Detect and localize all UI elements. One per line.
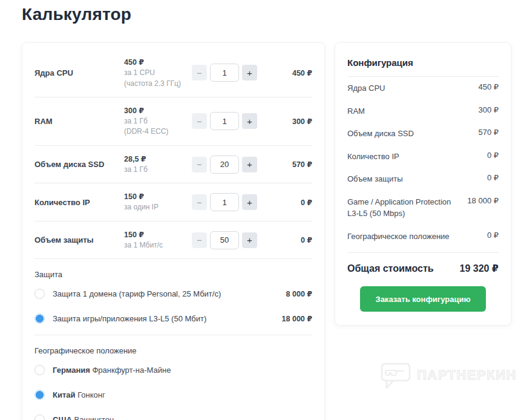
total-value: 19 320 ₽ (459, 263, 499, 274)
unit-price: 150 ₽ (124, 229, 192, 240)
ssd-stepper: − + (192, 156, 260, 174)
geo-option-germany[interactable]: Германия Франкфурт-на-Майне (34, 358, 312, 382)
row-total: 0 ₽ (260, 198, 312, 207)
config-value: 0 ₽ (481, 173, 499, 182)
calc-row-ram: RAM 300 ₽ за 1 Гб (DDR-4 ECC) − + 300 ₽ (34, 97, 312, 146)
row-total: 570 ₽ (260, 160, 312, 169)
config-label: Ядра CPU (347, 82, 385, 94)
unit-price: 28,5 ₽ (124, 154, 192, 165)
unit-price: 150 ₽ (124, 191, 192, 202)
unit-price: 300 ₽ (124, 105, 192, 116)
calc-row-cpu: Ядра CPU 450 ₽ за 1 CPU (частота 2.3 ГГц… (34, 49, 312, 97)
config-item-protection-volume: Объем защиты 0 ₽ (347, 168, 499, 191)
radio-icon[interactable] (34, 415, 45, 420)
decrement-button[interactable]: − (192, 232, 207, 248)
unit-text: за 1 CPU (124, 68, 192, 78)
unit-text: за 1 Гб (124, 116, 192, 126)
cpu-stepper: − + (192, 64, 260, 82)
unit-note: (DDR-4 ECC) (124, 126, 192, 137)
increment-button[interactable]: + (242, 232, 257, 248)
row-label: Ядра CPU (34, 68, 124, 77)
config-item-game-protection: Game / Application Protection L3-L5 (50 … (347, 191, 499, 225)
city-name: Гонконг (77, 390, 105, 399)
config-label: Game / Application Protection L3-L5 (50 … (347, 196, 461, 220)
city-name: Франкфурт-на-Майне (92, 366, 171, 375)
increment-button[interactable]: + (242, 113, 257, 129)
increment-button[interactable]: + (242, 157, 257, 172)
unit-price: 450 ₽ (124, 57, 192, 68)
increment-button[interactable]: + (242, 65, 257, 80)
config-label: Объем защиты (347, 173, 402, 185)
unit-text: за один IP (124, 202, 192, 212)
ram-quantity-input[interactable] (210, 112, 239, 130)
country-name: США (53, 415, 72, 420)
config-label: Географическое положение (347, 231, 450, 243)
country-name: Германия (53, 366, 90, 375)
config-item-ssd: Объем диска SSD 570 ₽ (347, 122, 499, 145)
row-label: Количество IP (34, 198, 124, 207)
option-label: Защита игры/приложения L3-L5 (50 Мбит) (53, 314, 206, 323)
order-configuration-button[interactable]: Заказать конфигурацию (360, 286, 487, 312)
option-label: Защита 1 домена (тариф Personal, 25 Мбит… (53, 289, 221, 298)
protection-stepper: − + (192, 231, 260, 249)
config-item-ip: Количество IP 0 ₽ (347, 145, 499, 168)
decrement-button[interactable]: − (192, 113, 207, 129)
cpu-quantity-input[interactable] (210, 64, 239, 82)
page-title: Калькулятор (22, 5, 521, 24)
config-value: 570 ₽ (472, 128, 499, 137)
decrement-button[interactable]: − (192, 194, 207, 210)
unit-text: за 1 Мбит/с (124, 240, 192, 251)
config-label: Объем диска SSD (347, 128, 414, 140)
config-label: RAM (347, 105, 365, 117)
increment-button[interactable]: + (242, 194, 257, 210)
unit-text: за 1 Гб (124, 165, 192, 175)
protection-quantity-input[interactable] (210, 231, 239, 249)
calc-row-protection-volume: Объем защиты 150 ₽ за 1 Мбит/с − + 0 ₽ (34, 221, 312, 260)
city-name: Вашингтон (74, 415, 114, 420)
total-row: Общая стоимость 19 320 ₽ (347, 252, 499, 277)
calc-row-ip: Количество IP 150 ₽ за один IP − + 0 ₽ (34, 183, 312, 221)
geography-section-heading: Географическое положение (34, 335, 312, 358)
ssd-quantity-input[interactable] (210, 156, 239, 174)
ip-quantity-input[interactable] (210, 193, 239, 211)
config-item-ram: RAM 300 ₽ (347, 100, 499, 123)
unit-note: (частота 2.3 ГГц) (124, 79, 192, 89)
main-layout: Ядра CPU 450 ₽ за 1 CPU (частота 2.3 ГГц… (22, 42, 521, 420)
calculator-card: Ядра CPU 450 ₽ за 1 CPU (частота 2.3 ГГц… (22, 42, 325, 420)
config-item-cpu: Ядра CPU 450 ₽ (347, 77, 499, 100)
configuration-card: Конфигурация Ядра CPU 450 ₽ RAM 300 ₽ Об… (335, 42, 511, 326)
decrement-button[interactable]: − (192, 65, 207, 80)
option-price: 18 000 ₽ (282, 314, 312, 323)
protection-option-game-l3l5[interactable]: Защита игры/приложения L3-L5 (50 Мбит) 1… (34, 306, 312, 331)
config-label: Количество IP (347, 151, 399, 163)
total-label: Общая стоимость (347, 263, 434, 274)
config-value: 300 ₽ (472, 105, 499, 114)
configuration-heading: Конфигурация (347, 51, 499, 77)
ip-stepper: − + (192, 193, 260, 211)
row-total: 300 ₽ (260, 117, 312, 126)
row-label: Объем диска SSD (34, 160, 124, 169)
radio-icon[interactable] (34, 365, 45, 375)
config-item-geography: Географическое положение 0 ₽ (347, 225, 499, 248)
config-value: 0 ₽ (481, 151, 499, 160)
config-value: 0 ₽ (481, 231, 499, 240)
row-label: Объем защиты (34, 235, 124, 244)
radio-icon[interactable] (34, 289, 45, 299)
config-value: 18 000 ₽ (461, 196, 499, 205)
row-total: 450 ₽ (260, 68, 312, 77)
row-total: 0 ₽ (260, 235, 312, 244)
country-name: Китай (53, 390, 76, 399)
option-price: 8 000 ₽ (286, 289, 312, 298)
protection-option-personal[interactable]: Защита 1 домена (тариф Personal, 25 Мбит… (34, 281, 312, 306)
row-label: RAM (34, 117, 124, 126)
radio-selected-icon[interactable] (34, 390, 45, 400)
config-value: 450 ₽ (472, 82, 499, 91)
protection-section-heading: Защита (34, 259, 312, 281)
geo-option-usa[interactable]: США Вашингтон (34, 407, 312, 420)
radio-selected-icon[interactable] (34, 313, 45, 324)
decrement-button[interactable]: − (192, 157, 207, 172)
ram-stepper: − + (192, 112, 260, 130)
geo-option-china[interactable]: Китай Гонконг (34, 382, 312, 407)
calc-row-ssd: Объем диска SSD 28,5 ₽ за 1 Гб − + 570 ₽ (34, 146, 312, 184)
